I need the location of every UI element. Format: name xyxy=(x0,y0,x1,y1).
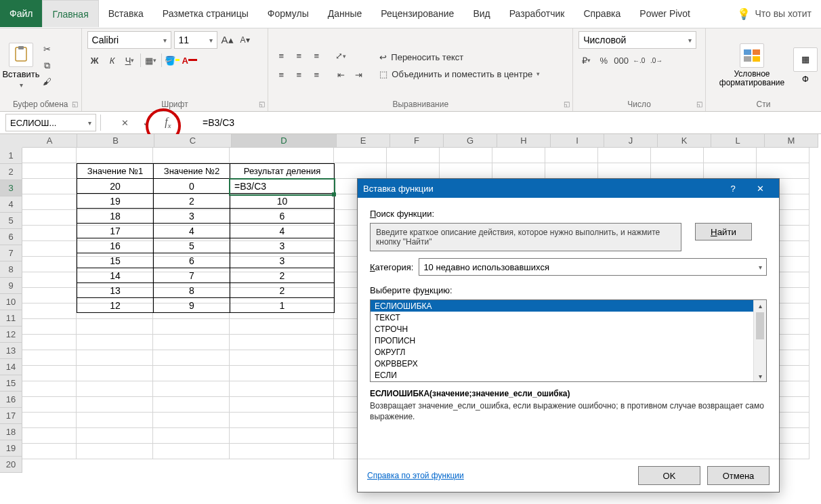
table-cell[interactable]: 7 xyxy=(154,268,230,283)
tab-formulas[interactable]: Формулы xyxy=(258,0,318,27)
function-list-item[interactable]: ОКРВВЕРХ xyxy=(371,358,766,369)
copy-button[interactable]: ⧉ xyxy=(39,58,54,73)
table-cell[interactable]: 19 xyxy=(77,194,154,209)
cell[interactable] xyxy=(545,148,598,163)
cell[interactable] xyxy=(77,381,153,397)
underline-button[interactable]: Ч ▾ xyxy=(123,53,138,68)
column-header[interactable]: B xyxy=(77,134,154,148)
function-list-item[interactable]: СТРОЧН xyxy=(371,323,766,335)
select-all-corner[interactable] xyxy=(0,134,23,148)
column-header[interactable]: F xyxy=(390,134,444,148)
row-header[interactable]: 13 xyxy=(0,343,22,359)
ok-button[interactable]: OK xyxy=(638,466,700,485)
decrease-indent-button[interactable]: ⇤ xyxy=(333,68,348,83)
tab-insert[interactable]: Вставка xyxy=(99,0,153,27)
row-header[interactable]: 14 xyxy=(0,359,22,375)
align-right-button[interactable]: ≡ xyxy=(309,68,324,83)
cell[interactable] xyxy=(230,413,334,428)
borders-button[interactable]: ▦▾ xyxy=(144,53,159,68)
cell[interactable] xyxy=(22,272,77,288)
function-search-input[interactable]: Введите краткое описание действия, котор… xyxy=(370,223,681,251)
cell[interactable] xyxy=(22,335,77,350)
cell[interactable] xyxy=(77,350,153,366)
function-list[interactable]: ЕСЛИОШИБКАТЕКСТСТРОЧНПРОПИСНОКРУГЛОКРВВЕ… xyxy=(370,299,767,382)
column-header[interactable]: A xyxy=(22,134,77,148)
cell[interactable] xyxy=(77,444,153,459)
align-top-button[interactable]: ≡ xyxy=(274,49,289,64)
cancel-formula-button[interactable]: ✕ xyxy=(117,115,132,130)
font-dialog-launcher[interactable]: ◱ xyxy=(257,100,266,110)
fill-color-button[interactable]: 🪣 xyxy=(165,53,180,68)
dialog-help-button[interactable]: ? xyxy=(719,179,746,198)
increase-decimal-button[interactable]: ←.0 xyxy=(631,53,646,68)
align-bottom-button[interactable]: ≡ xyxy=(309,49,324,64)
table-cell[interactable]: 15 xyxy=(77,253,154,268)
cell[interactable] xyxy=(22,350,77,366)
table-cell[interactable]: 0 xyxy=(154,179,230,194)
table-cell[interactable]: 12 xyxy=(77,298,154,313)
table-cell[interactable]: =B3/C3 xyxy=(230,179,335,194)
table-cell[interactable]: 5 xyxy=(154,238,230,253)
percent-button[interactable]: % xyxy=(596,53,611,68)
table-cell[interactable]: 10 xyxy=(230,194,335,209)
row-header[interactable]: 16 xyxy=(0,392,22,408)
cell[interactable] xyxy=(230,366,334,381)
tab-review[interactable]: Рецензирование xyxy=(371,0,463,27)
table-cell[interactable]: 20 xyxy=(77,179,154,194)
column-header[interactable]: L xyxy=(711,134,765,148)
find-button[interactable]: Найти xyxy=(695,223,752,240)
cell[interactable] xyxy=(77,413,153,428)
decrease-font-button[interactable]: A▾ xyxy=(238,33,253,47)
table-cell[interactable]: 18 xyxy=(77,209,154,224)
table-cell[interactable]: 3 xyxy=(154,209,230,224)
currency-button[interactable]: ₽▾ xyxy=(578,53,593,68)
scroll-up-button[interactable]: ▴ xyxy=(754,300,766,311)
cell[interactable] xyxy=(22,413,77,428)
dialog-close-button[interactable]: ✕ xyxy=(746,179,774,198)
column-header[interactable]: I xyxy=(551,134,604,148)
cancel-button[interactable]: Отмена xyxy=(707,466,770,485)
tab-file[interactable]: Файл xyxy=(0,0,42,27)
merge-center-button[interactable]: ⬚ Объединить и поместить в центре ▾ xyxy=(375,68,544,81)
row-header[interactable]: 18 xyxy=(0,424,22,440)
cell[interactable] xyxy=(492,148,545,163)
bold-button[interactable]: Ж xyxy=(87,53,102,68)
cell[interactable] xyxy=(545,163,598,179)
tab-developer[interactable]: Разработчик xyxy=(500,0,574,27)
column-header[interactable]: G xyxy=(444,134,497,148)
cell[interactable] xyxy=(77,319,153,335)
tell-me[interactable]: 💡 Что вы хотит xyxy=(728,0,821,27)
row-header[interactable]: 4 xyxy=(0,196,22,213)
row-header[interactable]: 6 xyxy=(0,229,22,245)
cell[interactable] xyxy=(153,148,230,163)
cell[interactable] xyxy=(22,163,77,179)
cell[interactable] xyxy=(153,428,230,444)
align-middle-button[interactable]: ≡ xyxy=(291,49,306,64)
cell[interactable] xyxy=(230,381,334,397)
table-cell[interactable]: 2 xyxy=(230,283,335,298)
alignment-dialog-launcher[interactable]: ◱ xyxy=(562,100,571,110)
table-cell[interactable]: 3 xyxy=(230,238,335,253)
align-center-button[interactable]: ≡ xyxy=(291,68,306,83)
table-cell[interactable]: 16 xyxy=(77,238,154,253)
column-header[interactable]: K xyxy=(658,134,711,148)
scroll-down-button[interactable]: ▾ xyxy=(754,371,766,381)
cell[interactable] xyxy=(230,428,334,444)
cell[interactable] xyxy=(22,194,77,210)
align-left-button[interactable]: ≡ xyxy=(274,68,289,83)
cell[interactable] xyxy=(153,335,230,350)
column-header[interactable]: C xyxy=(154,134,232,148)
dialog-titlebar[interactable]: Вставка функции ? ✕ xyxy=(358,179,779,198)
cell[interactable] xyxy=(153,397,230,413)
cell[interactable] xyxy=(230,335,334,350)
tab-home[interactable]: Главная xyxy=(42,0,98,27)
cell[interactable] xyxy=(22,179,77,194)
table-cell[interactable]: 9 xyxy=(154,298,230,313)
orientation-button[interactable]: ⤢▾ xyxy=(333,49,348,64)
cell[interactable] xyxy=(651,148,704,163)
cell[interactable] xyxy=(387,163,440,179)
table-header-cell[interactable]: Значение №1 xyxy=(77,164,154,179)
cell[interactable] xyxy=(22,288,77,303)
cell[interactable] xyxy=(22,366,77,381)
tab-page-layout[interactable]: Разметка страницы xyxy=(153,0,258,27)
